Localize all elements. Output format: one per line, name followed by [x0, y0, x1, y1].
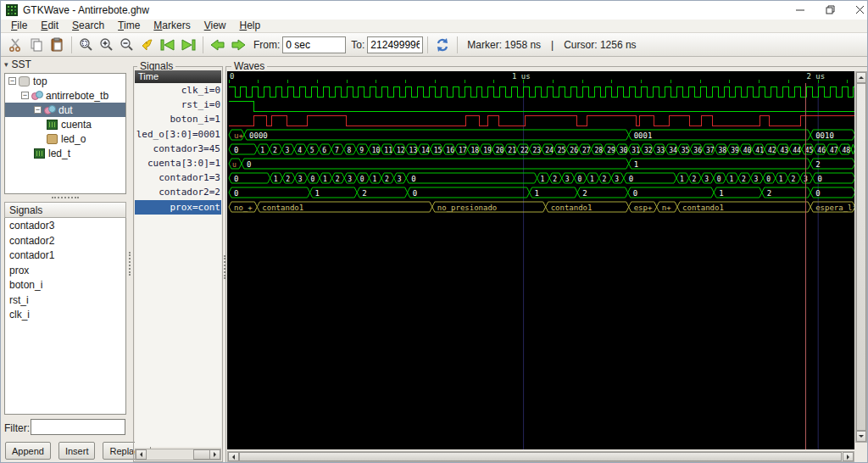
toolbar-separator	[203, 36, 203, 53]
time-column-header[interactable]: Time	[135, 70, 221, 83]
expander-icon[interactable]: −	[34, 106, 42, 114]
svg-text:0: 0	[310, 176, 314, 183]
shift-right-button[interactable]	[228, 35, 248, 55]
copy-button[interactable]	[26, 35, 47, 55]
signal-item-prox[interactable]: prox	[5, 263, 125, 278]
svg-text:1: 1	[729, 176, 733, 183]
signal-item-boton_i[interactable]: boton_i	[5, 277, 125, 293]
signal-value-row[interactable]: contador1=3	[135, 170, 221, 185]
svg-text:7: 7	[335, 147, 339, 154]
tree-node-top[interactable]: −top	[5, 74, 125, 88]
scroll-up-button[interactable]	[856, 72, 866, 83]
svg-text:3: 3	[565, 176, 570, 183]
svg-text:0: 0	[360, 176, 364, 183]
svg-text:29: 29	[607, 147, 615, 154]
to-input[interactable]	[367, 36, 423, 53]
tree-node-led_o[interactable]: led_o	[5, 131, 125, 146]
menu-view[interactable]: View	[198, 20, 233, 32]
scroll-left-button[interactable]	[136, 449, 147, 460]
svg-text:0: 0	[633, 189, 637, 198]
svg-text:3: 3	[398, 176, 402, 183]
append-button[interactable]: Append	[5, 442, 51, 460]
zoom-in-button[interactable]	[97, 35, 117, 55]
signals-column-header[interactable]: Signals	[4, 202, 126, 218]
tree-node-cuenta[interactable]: cuenta	[5, 117, 125, 131]
minimize-button[interactable]	[786, 1, 815, 19]
zoom-fit-button[interactable]	[76, 35, 97, 55]
svg-text:19: 19	[483, 147, 492, 154]
sst-expander[interactable]: ▾SST	[4, 59, 31, 70]
menu-help[interactable]: Help	[233, 20, 268, 32]
tree-node-led_t[interactable]: led_t	[5, 146, 125, 160]
scroll-left-button[interactable]	[228, 452, 239, 461]
signal-value-row[interactable]: contador2=2	[135, 185, 221, 199]
scroll-thumb[interactable]	[856, 83, 866, 431]
signal-value-row[interactable]: contador3=45	[135, 142, 221, 156]
svg-text:0001: 0001	[634, 131, 653, 140]
svg-text:2: 2	[362, 189, 366, 198]
reload-button[interactable]	[432, 35, 453, 55]
signal-value-row[interactable]: cuenta[3:0]=1	[135, 156, 221, 170]
filter-input[interactable]	[31, 419, 125, 435]
expander-icon[interactable]: −	[21, 92, 29, 99]
signal-value-row[interactable]: clk_i=0	[135, 83, 221, 98]
insert-button[interactable]: Insert	[58, 442, 96, 460]
zoom-out-button[interactable]	[117, 35, 137, 55]
svg-text:0: 0	[717, 176, 721, 183]
signal-item-clk_i[interactable]: clk_i	[5, 307, 125, 322]
pane-resize-grip[interactable]	[129, 252, 131, 276]
restore-button[interactable]	[815, 1, 844, 19]
signal-value-row[interactable]: prox=cont	[135, 200, 221, 215]
tree-node-dut[interactable]: −dut	[5, 103, 125, 117]
svg-text:n+: n+	[662, 204, 671, 212]
signal-value-row[interactable]: led_o[3:0]=0001	[135, 127, 221, 142]
pane-resize-grip[interactable]	[52, 197, 79, 198]
close-button[interactable]	[845, 1, 868, 19]
fetch-marker-button[interactable]	[137, 35, 158, 55]
signals-hscrollbar[interactable]	[135, 449, 221, 460]
signal-item-rst_i[interactable]: rst_i	[5, 293, 125, 308]
scroll-down-button[interactable]	[856, 431, 866, 442]
from-input[interactable]	[282, 36, 346, 53]
cut-button[interactable]	[6, 35, 26, 55]
menu-time[interactable]: Time	[111, 20, 147, 32]
signal-item-contador3[interactable]: contador3	[5, 218, 125, 233]
expander-icon[interactable]: −	[8, 77, 16, 85]
svg-text:3: 3	[754, 176, 759, 183]
to-end-button[interactable]	[178, 35, 198, 55]
menu-file[interactable]: File	[4, 20, 34, 32]
shift-left-button[interactable]	[208, 35, 228, 55]
menu-search[interactable]: Search	[65, 20, 111, 32]
svg-text:contando1: contando1	[262, 204, 303, 212]
svg-text:1: 1	[634, 160, 638, 169]
zoom-in-icon	[99, 37, 114, 53]
menu-markers[interactable]: Markers	[147, 20, 197, 32]
waveform-canvas[interactable]: 01 us2 usu+00000001001001234567891011121…	[227, 71, 854, 449]
menu-bar: FileEditSearchTimeMarkersViewHelp	[1, 20, 867, 33]
menu-edit[interactable]: Edit	[34, 20, 65, 32]
scroll-thumb[interactable]	[193, 449, 210, 460]
waves-hscrollbar[interactable]	[227, 451, 854, 462]
signal-value-row[interactable]: rst_i=0	[135, 98, 221, 112]
waves-vscrollbar[interactable]	[855, 71, 867, 443]
toolbar: From: To: Marker: 1958 ns | Cursor: 1256…	[1, 33, 867, 57]
paste-button[interactable]	[47, 35, 67, 55]
svg-text:2: 2	[791, 176, 795, 183]
port-icon	[47, 134, 58, 144]
scroll-thumb[interactable]	[239, 452, 842, 461]
tree-node-antirrebote_tb[interactable]: −antirrebote_tb	[5, 88, 125, 103]
to-start-button[interactable]	[158, 35, 178, 55]
signal-item-contador2[interactable]: contador2	[5, 233, 125, 248]
svg-text:20: 20	[496, 147, 504, 154]
svg-text:1: 1	[372, 176, 376, 183]
arrow-bar-left-icon	[159, 37, 176, 53]
close-icon	[855, 5, 865, 14]
signal-item-contador1[interactable]: contador1	[5, 248, 125, 263]
arrow-left-icon	[137, 452, 142, 457]
scroll-right-button[interactable]	[843, 452, 854, 461]
chip-icon	[47, 120, 58, 130]
signal-value-row[interactable]: boton_i=1	[135, 112, 221, 126]
scroll-right-button[interactable]	[209, 449, 220, 460]
window-title: GTKWave - Antirrebote.ghw	[23, 4, 149, 16]
svg-text:26: 26	[570, 147, 578, 154]
